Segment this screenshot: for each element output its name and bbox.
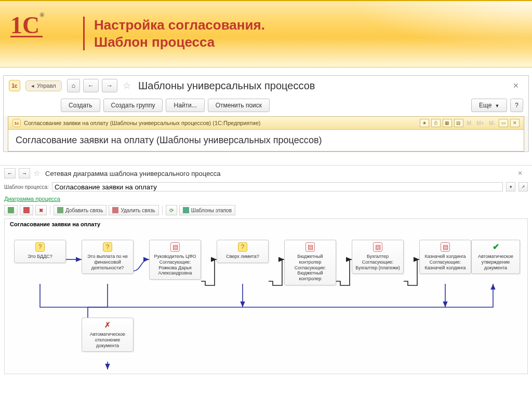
diagram-canvas[interactable]: Согласование заявки на оплату bbox=[4, 218, 528, 374]
banner-highlight bbox=[262, 1, 532, 68]
pencil-icon bbox=[8, 207, 14, 213]
inner-window: 1c Согласование заявки на оплату (Шаблон… bbox=[8, 116, 524, 152]
window-close-button[interactable]: ✕ bbox=[510, 119, 520, 127]
node-label: Бюджетный контролер Согласующие: Бюджетн… bbox=[287, 254, 334, 282]
app-window: 1c ◂ Управл ⌂ ← → ☆ Шаблоны универсальны… bbox=[0, 75, 532, 152]
slide-title-line2: Шаблон процесса bbox=[94, 34, 265, 51]
grid-icon[interactable]: ▤ bbox=[454, 119, 463, 127]
template-field-label: Шаблон процесса: bbox=[4, 184, 49, 190]
slide-title-line1: Настройка согласования. bbox=[94, 17, 265, 34]
home-icon: ⌂ bbox=[72, 82, 75, 89]
question-icon: ? bbox=[35, 242, 45, 252]
node-label: Казначей холдинга Согласующие: Казначей … bbox=[422, 254, 469, 270]
delete-link-button[interactable]: Удалить связь bbox=[109, 205, 158, 215]
diagram-node-n5[interactable]: ▤Бюджетный контролер Согласующие: Бюджет… bbox=[284, 240, 336, 285]
inner-body-title: Согласование заявки на оплату (Шаблоны у… bbox=[16, 135, 516, 146]
create-button[interactable]: Создать bbox=[61, 99, 100, 112]
diagram-node-n3[interactable]: ▤Руководитель ЦФО Согласующие: Рожкова Д… bbox=[149, 240, 201, 280]
arrow-left-icon: ← bbox=[88, 82, 94, 89]
close-button[interactable]: ✕ bbox=[509, 81, 523, 90]
mem-mplus: M+ bbox=[475, 120, 485, 126]
template-field[interactable] bbox=[52, 182, 503, 191]
list-toolbar: Создать Создать группу Найти... Отменить… bbox=[4, 95, 528, 116]
arrow-left-icon: ◂ bbox=[31, 83, 34, 89]
edit-button[interactable] bbox=[4, 205, 18, 215]
diagram-title: Сетевая диаграмма шаблона универсального… bbox=[45, 170, 221, 177]
delete-node-button[interactable] bbox=[20, 205, 33, 215]
diagram-close-button[interactable]: ✕ bbox=[512, 170, 528, 177]
document-icon: ▤ bbox=[441, 242, 450, 252]
node-label: Бухгалтер Согласующие: Бухгалтер (платеж… bbox=[354, 254, 401, 270]
node-label: Это БДДС? bbox=[17, 254, 63, 259]
document-icon: ▤ bbox=[373, 242, 382, 252]
delete-icon bbox=[23, 207, 30, 213]
diagram-node-n8[interactable]: ✔Автоматическое утверждение документа bbox=[471, 240, 520, 274]
question-icon: ? bbox=[103, 242, 112, 252]
diagram-section-label: Диаграмма процесса bbox=[0, 195, 532, 204]
node-label: Руководитель ЦФО Согласующие: Рожкова Да… bbox=[152, 254, 198, 276]
page-title: Шаблоны универсальных процессов bbox=[138, 80, 315, 92]
diagram-node-n2[interactable]: ?Это выплата по не финансовой деятельнос… bbox=[82, 240, 134, 274]
inner-window-caption: Согласование заявки на оплату (Шаблоны у… bbox=[24, 120, 261, 126]
dropdown-button[interactable]: ▾ bbox=[506, 182, 515, 191]
diagram-toolbar: ✖ Добавить связь Удалить связь ⟳ Шаблоны… bbox=[0, 204, 532, 218]
diagram-forward-button[interactable]: → bbox=[19, 168, 30, 179]
create-group-button[interactable]: Создать группу bbox=[103, 99, 163, 112]
cancel-search-button[interactable]: Отменить поиск bbox=[208, 99, 270, 112]
mem-mminus: M- bbox=[487, 120, 497, 126]
minimize-button[interactable]: ▭ bbox=[499, 119, 508, 127]
check-icon: ✔ bbox=[491, 242, 500, 252]
slide-title: Настройка согласования. Шаблон процесса bbox=[83, 17, 265, 50]
refresh-button[interactable]: ⟳ bbox=[166, 205, 177, 215]
link-del-icon bbox=[112, 207, 118, 213]
diagram-node-n9[interactable]: ✗Автоматическое отклонение документа bbox=[82, 318, 134, 352]
diagram-back-button[interactable]: ← bbox=[4, 168, 16, 179]
lane-title: Согласование заявки на оплату bbox=[10, 221, 100, 227]
diagram-node-n7[interactable]: ▤Казначей холдинга Согласующие: Казначей… bbox=[419, 240, 471, 274]
stage-templates-button[interactable]: Шаблоны этапов bbox=[179, 205, 235, 215]
more-button[interactable]: Еще▼ bbox=[471, 99, 507, 112]
reject-icon: ✗ bbox=[103, 320, 112, 330]
calc-icon[interactable]: ▦ bbox=[443, 119, 452, 127]
arrow-right-icon: → bbox=[107, 82, 113, 89]
nav-forward-button[interactable]: → bbox=[102, 79, 117, 92]
slide-banner: 1C® Настройка согласования. Шаблон проце… bbox=[0, 0, 532, 67]
link-add-icon bbox=[57, 207, 63, 213]
node-label: Автоматическое утверждение документа bbox=[474, 254, 517, 270]
x-icon: ✖ bbox=[39, 208, 43, 213]
logo-1c: 1C® bbox=[10, 11, 44, 37]
node-label: Сверх лимита? bbox=[219, 254, 266, 259]
mem-m: M bbox=[466, 120, 473, 126]
diagram-node-n1[interactable]: ?Это БДДС? bbox=[14, 240, 66, 263]
inner-logo-icon: 1c bbox=[12, 119, 21, 127]
delete-red-button[interactable]: ✖ bbox=[35, 205, 47, 215]
find-button[interactable]: Найти... bbox=[166, 99, 204, 112]
diagram-node-n4[interactable]: ?Сверх лимита? bbox=[217, 240, 269, 263]
people-icon bbox=[183, 207, 189, 213]
refresh-icon: ⟳ bbox=[169, 208, 174, 213]
node-label: Это выплата по не финансовой деятельност… bbox=[84, 254, 131, 270]
app-tab[interactable]: ◂ Управл bbox=[25, 80, 62, 91]
node-label: Автоматическое отклонение документа bbox=[84, 332, 131, 348]
document-icon: ▤ bbox=[305, 242, 315, 252]
star-icon[interactable]: ☆ bbox=[123, 80, 131, 91]
diagram-panel: ← → ☆ Сетевая диаграмма шаблона универса… bbox=[0, 165, 532, 398]
add-link-button[interactable]: Добавить связь bbox=[54, 205, 107, 215]
help-button[interactable]: ? bbox=[510, 99, 523, 112]
diagram-node-n6[interactable]: ▤Бухгалтер Согласующие: Бухгалтер (плате… bbox=[352, 240, 404, 274]
star-icon[interactable]: ☆ bbox=[33, 169, 40, 178]
app-logo-icon: 1c bbox=[9, 80, 20, 91]
fav-icon[interactable]: ★ bbox=[420, 119, 429, 127]
open-button[interactable]: ↗ bbox=[518, 182, 528, 191]
print-icon[interactable]: ⎙ bbox=[431, 119, 441, 127]
question-icon: ? bbox=[238, 242, 247, 252]
nav-home-button[interactable]: ⌂ bbox=[67, 79, 80, 92]
document-icon: ▤ bbox=[170, 242, 180, 252]
nav-back-button[interactable]: ← bbox=[83, 79, 99, 92]
